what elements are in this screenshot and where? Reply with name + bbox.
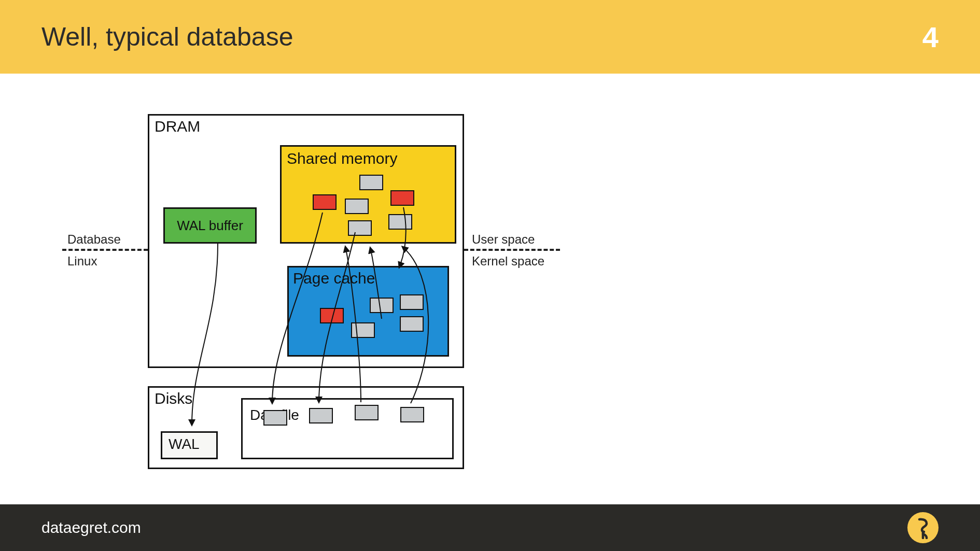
dram-label: DRAM <box>155 118 200 135</box>
pagecache-chip-gray <box>370 298 394 313</box>
datafile-chip <box>263 410 287 426</box>
pagecache-chip-gray <box>400 316 424 332</box>
slide-footer: dataegret.com <box>0 504 980 551</box>
disks-label: Disks <box>155 390 192 407</box>
wal-buffer-box: WAL buffer <box>163 207 257 244</box>
shared-memory-box: Shared memory <box>280 145 456 244</box>
label-database: Database <box>67 232 121 247</box>
label-user-space: User space <box>472 232 535 247</box>
wal-buffer-label: WAL buffer <box>177 218 243 234</box>
shared-chip-gray <box>348 220 372 236</box>
slide-header: Well, typical database 4 <box>0 0 980 74</box>
pagecache-chip-gray <box>351 322 375 338</box>
wal-file-box: WAL <box>161 431 218 459</box>
pagecache-chip-gray <box>400 294 424 310</box>
page-cache-box: Page cache <box>287 266 449 357</box>
pagecache-chip-red <box>320 308 344 323</box>
brand-logo-icon <box>907 512 939 543</box>
diagram-stage: Database Linux User space Kernel space D… <box>62 104 560 477</box>
shared-chip-gray <box>388 214 412 230</box>
wal-file-label: WAL <box>162 433 216 453</box>
datafile-chip <box>309 408 333 423</box>
label-linux: Linux <box>67 254 97 269</box>
shared-chip-gray <box>359 175 383 190</box>
datafile-chip <box>400 407 424 422</box>
shared-chip-red <box>313 194 337 210</box>
divider-user-kernel-left <box>62 249 148 251</box>
datafile-chip <box>355 405 379 420</box>
datafile-box: Datafile <box>241 398 454 459</box>
footer-site: dataegret.com <box>41 519 141 536</box>
page-cache-label: Page cache <box>293 270 447 287</box>
shared-memory-label: Shared memory <box>287 150 455 167</box>
shared-chip-gray <box>345 199 369 214</box>
slide-number: 4 <box>922 20 939 54</box>
slide-title: Well, typical database <box>41 22 293 52</box>
label-kernel-space: Kernel space <box>472 254 544 269</box>
shared-chip-red <box>390 190 414 206</box>
divider-user-kernel-right <box>464 249 560 251</box>
